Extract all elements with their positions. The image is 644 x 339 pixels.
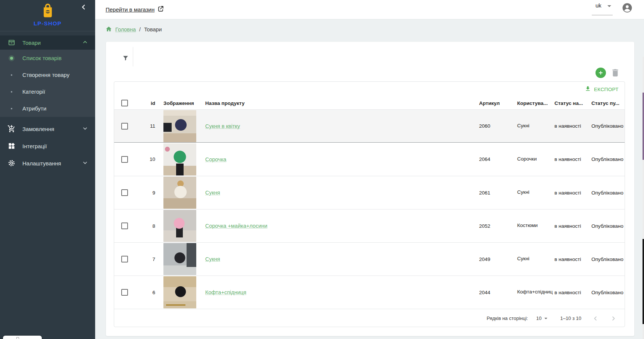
select-underline [592,15,613,15]
products-submenu: Список товарів Створення товару Категорі… [0,50,95,117]
cell-availability: в наявності [548,123,585,129]
row-checkbox[interactable] [121,256,128,262]
cell-sku: 2052 [465,223,510,229]
row-checkbox[interactable] [121,156,128,163]
sidebar-item-label: Замовлення [22,126,82,132]
table-row[interactable]: 7 Сукня 2049 Сукні в наявності Опубліков… [114,242,625,276]
cell-availability: в наявності [548,256,585,262]
cell-sku: 2064 [465,156,510,162]
go-to-store-link[interactable]: Перейти в магазин [106,6,164,13]
column-header-image: Зображення [155,100,204,106]
table-header-row: id Зображення Назва продукту Артикул Кор… [114,97,625,109]
download-icon [585,85,591,93]
column-header-availability[interactable]: Статус на... [548,100,585,106]
product-link[interactable]: Сукня [205,190,220,196]
cell-publication: Опубліковано [585,223,625,229]
cell-publication: Опубліковано [585,290,625,295]
account-button[interactable] [622,2,633,13]
add-product-button[interactable] [595,68,606,78]
export-button[interactable]: ЕКСПОРТ [585,85,619,93]
go-to-store-label: Перейти в магазин [106,6,154,13]
export-label: ЕКСПОРТ [594,87,619,92]
column-header-name[interactable]: Назва продукту [204,100,465,106]
filter-button[interactable] [119,52,132,65]
cell-availability: в наявності [548,190,585,196]
product-link[interactable]: Сукня [205,256,220,262]
chevron-down-icon [82,126,88,132]
language-value: uk [592,2,601,9]
chevron-left-icon [80,4,87,12]
funnel-icon [122,55,129,63]
trash-icon [610,72,620,79]
cell-category: Кофта+спідниц [510,289,548,296]
cell-id: 10 [150,156,155,162]
active-dot-icon [10,57,13,60]
dot-icon [11,108,12,109]
table-row[interactable]: 11 Сукня в квітку 2060 Сукні в наявності… [114,109,625,143]
cell-category: Костюми [510,223,548,229]
cell-sku: 2061 [465,190,510,196]
dot-icon [11,74,12,76]
cell-publication: Опубліковано [585,156,625,162]
sidebar: LP-SHOP Товари Список товарів Створення … [0,0,95,339]
cell-category: Сорочки [510,156,548,163]
table-row[interactable]: 9 Сукня 2061 Сукні в наявності Опубліков… [114,176,625,209]
row-checkbox[interactable] [121,189,128,196]
sidebar-item-categories[interactable]: Категорії [0,83,95,100]
previous-page-button[interactable] [592,315,599,322]
product-link[interactable]: Сорочка [205,156,226,162]
rows-per-page-select[interactable]: 10 [536,315,547,321]
sidebar-collapse-button[interactable] [79,3,88,13]
product-link[interactable]: Сукня в квітку [205,123,240,129]
sidebar-item-label: Атрибути [22,105,46,112]
gear-icon [7,159,16,167]
sidebar-item-products[interactable]: Товари [0,35,95,50]
status-popup [3,336,42,339]
product-image [163,243,196,275]
sidebar-item-settings[interactable]: Налаштування [0,155,95,172]
sidebar-item-label: Створення товару [22,72,69,78]
column-header-sku[interactable]: Артикул [465,100,510,106]
product-link[interactable]: Кофта+спідниця [205,289,246,295]
avatar-icon [622,8,633,15]
cell-id: 8 [152,223,155,229]
logo-text: LP-SHOP [34,20,62,27]
dot-icon [11,91,12,93]
column-header-category[interactable]: Користува... [510,100,548,106]
row-checkbox[interactable] [121,123,128,130]
sidebar-item-integrations[interactable]: Інтеграції [0,137,95,155]
language-select[interactable]: uk [592,2,613,9]
products-table: ЕКСПОРТ id Зображення Назва продукту Арт… [114,81,625,327]
breadcrumb: Головна / Товари [106,24,162,35]
cell-id: 7 [152,256,155,262]
column-header-publication[interactable]: Статус пу... [585,100,625,106]
table-row[interactable]: 8 Сорочка +майка+лосини 2052 Костюми в н… [114,209,625,242]
product-link[interactable]: Сорочка +майка+лосини [205,223,268,229]
cell-publication: Опубліковано [585,256,625,262]
home-icon [106,26,112,33]
cell-availability: в наявності [548,223,585,229]
sidebar-item-orders[interactable]: Замовлення [0,120,95,137]
product-image [163,177,196,209]
row-checkbox[interactable] [121,223,128,229]
row-checkbox[interactable] [121,289,128,296]
table-row[interactable]: 10 Сорочка 2064 Сорочки в наявності Опуб… [114,143,625,176]
sidebar-item-product-list[interactable]: Список товарів [0,50,95,66]
product-image [163,143,196,175]
select-caret-icon [544,318,547,319]
sidebar-item-label: Категорії [22,88,45,95]
column-header-id[interactable]: id [151,100,155,106]
products-box-icon [7,39,16,46]
delete-button[interactable] [610,68,620,78]
table-pagination: Рядків на сторінці: 10 1–10 з 10 [114,309,625,327]
sidebar-item-create-product[interactable]: Створення товару [0,66,95,83]
cell-availability: в наявності [548,290,585,295]
table-toolbar: ЕКСПОРТ [114,82,625,97]
next-page-button[interactable] [610,315,617,322]
cell-sku: 2049 [465,256,510,262]
breadcrumb-home-link[interactable]: Головна [115,27,136,32]
chevron-up-icon [82,40,88,46]
sidebar-item-attributes[interactable]: Атрибути [0,100,95,117]
select-all-checkbox[interactable] [121,100,128,106]
table-row[interactable]: 6 Кофта+спідниця 2044 Кофта+спідниц в на… [114,276,625,309]
